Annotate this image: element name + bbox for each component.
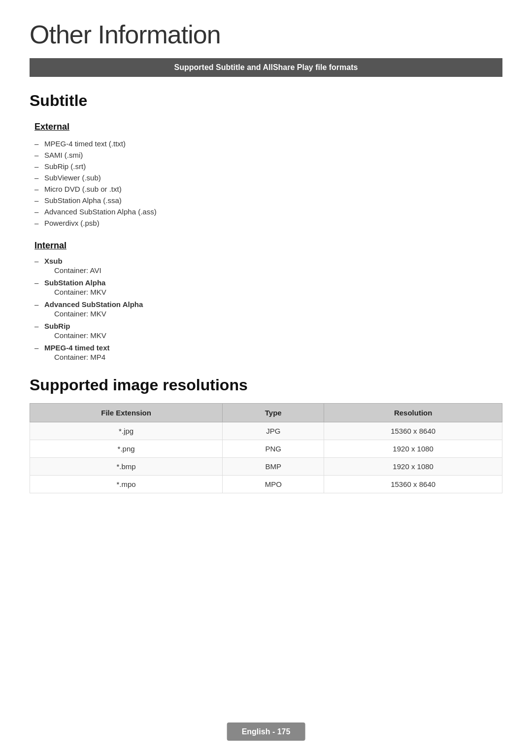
internal-item-label: SubStation Alpha: [34, 278, 502, 287]
page-title: Other Information: [30, 20, 502, 49]
image-resolutions-heading: Supported image resolutions: [30, 376, 502, 394]
internal-item-label: Xsub: [34, 257, 502, 265]
list-item: Powerdivx (.psb): [34, 217, 502, 229]
table-cell-extension: *.mpo: [30, 476, 223, 493]
external-section: External MPEG-4 timed text (.ttxt) SAMI …: [30, 122, 502, 229]
table-header-extension: File Extension: [30, 404, 223, 422]
internal-section: Internal Xsub Container: AVI SubStation …: [30, 241, 502, 361]
internal-item-subrip: SubRip Container: MKV: [34, 322, 502, 340]
table-cell-extension: *.png: [30, 440, 223, 458]
table-cell-resolution: 15360 x 8640: [324, 422, 502, 440]
section-banner: Supported Subtitle and AllShare Play fil…: [30, 58, 502, 77]
list-item: Advanced SubStation Alpha (.ass): [34, 206, 502, 217]
table-row: *.mpo MPO 15360 x 8640: [30, 476, 502, 493]
table-row: *.jpg JPG 15360 x 8640: [30, 422, 502, 440]
image-resolutions-table: File Extension Type Resolution *.jpg JPG…: [30, 403, 502, 493]
internal-item-mpeg4: MPEG-4 timed text Container: MP4: [34, 344, 502, 361]
list-item: MPEG-4 timed text (.ttxt): [34, 138, 502, 149]
internal-item-container: Container: MKV: [34, 309, 502, 318]
internal-item-container: Container: MKV: [34, 331, 502, 340]
table-row: *.bmp BMP 1920 x 1080: [30, 458, 502, 476]
internal-item-label: SubRip: [34, 322, 502, 330]
external-list: MPEG-4 timed text (.ttxt) SAMI (.smi) Su…: [34, 138, 502, 229]
table-cell-type: JPG: [223, 422, 324, 440]
table-row: *.png PNG 1920 x 1080: [30, 440, 502, 458]
subtitle-heading: Subtitle: [30, 92, 502, 110]
table-header-type: Type: [223, 404, 324, 422]
list-item: SubViewer (.sub): [34, 172, 502, 183]
internal-item-label: MPEG-4 timed text: [34, 344, 502, 352]
internal-item-container: Container: MKV: [34, 288, 502, 296]
table-cell-resolution: 1920 x 1080: [324, 440, 502, 458]
page-number-badge: English - 175: [227, 722, 305, 741]
table-cell-type: MPO: [223, 476, 324, 493]
table-cell-extension: *.bmp: [30, 458, 223, 476]
internal-item-label: Advanced SubStation Alpha: [34, 300, 502, 309]
table-cell-type: BMP: [223, 458, 324, 476]
table-cell-extension: *.jpg: [30, 422, 223, 440]
table-header-row: File Extension Type Resolution: [30, 404, 502, 422]
list-item: Micro DVD (.sub or .txt): [34, 183, 502, 195]
list-item: SAMI (.smi): [34, 149, 502, 161]
table-cell-resolution: 15360 x 8640: [324, 476, 502, 493]
internal-item-advanced-substation: Advanced SubStation Alpha Container: MKV: [34, 300, 502, 318]
list-item: SubStation Alpha (.ssa): [34, 195, 502, 206]
list-item: SubRip (.srt): [34, 161, 502, 172]
internal-item-container: Container: AVI: [34, 266, 502, 275]
internal-item-container: Container: MP4: [34, 353, 502, 361]
page-footer: English - 175: [227, 727, 305, 736]
internal-list: Xsub Container: AVI SubStation Alpha Con…: [34, 257, 502, 361]
internal-item-substation: SubStation Alpha Container: MKV: [34, 278, 502, 296]
table-cell-type: PNG: [223, 440, 324, 458]
table-cell-resolution: 1920 x 1080: [324, 458, 502, 476]
external-heading: External: [34, 122, 502, 132]
internal-item-xsub: Xsub Container: AVI: [34, 257, 502, 275]
internal-heading: Internal: [34, 241, 502, 251]
table-header-resolution: Resolution: [324, 404, 502, 422]
